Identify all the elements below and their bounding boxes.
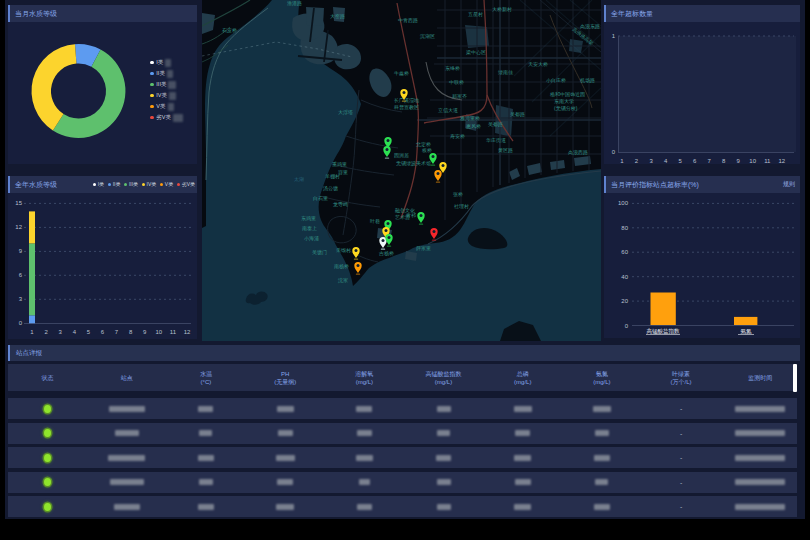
svg-text:吴都路: 吴都路 bbox=[488, 121, 503, 128]
svg-text:1: 1 bbox=[620, 158, 624, 164]
svg-text:五星村: 五星村 bbox=[468, 11, 483, 18]
svg-text:汤公塘: 汤公塘 bbox=[323, 185, 338, 192]
svg-text:大桥新村: 大桥新村 bbox=[492, 6, 512, 13]
svg-text:1: 1 bbox=[612, 33, 616, 39]
svg-text:天安大桥: 天安大桥 bbox=[528, 61, 548, 67]
svg-text:4: 4 bbox=[664, 158, 668, 164]
svg-text:中联桥: 中联桥 bbox=[449, 79, 464, 85]
svg-text:长广溪湿地: 长广溪湿地 bbox=[394, 97, 419, 104]
svg-text:无锡绿波美术馆: 无锡绿波美术馆 bbox=[396, 160, 431, 167]
svg-text:10: 10 bbox=[155, 329, 162, 335]
svg-text:7: 7 bbox=[115, 329, 119, 335]
svg-text:吴塘门: 吴塘门 bbox=[312, 249, 327, 255]
svg-text:南泰上: 南泰上 bbox=[302, 225, 317, 231]
svg-text:张桥: 张桥 bbox=[453, 191, 463, 198]
svg-text:6: 6 bbox=[19, 272, 23, 278]
svg-text:绿南佳: 绿南佳 bbox=[498, 69, 513, 75]
svg-text:叶巷: 叶巷 bbox=[370, 218, 380, 224]
svg-text:郑家齐: 郑家齐 bbox=[452, 93, 467, 99]
svg-text:6: 6 bbox=[693, 158, 697, 164]
svg-text:11: 11 bbox=[764, 158, 771, 164]
svg-text:小海浦: 小海浦 bbox=[304, 235, 319, 242]
svg-text:龙寺崎: 龙寺崎 bbox=[333, 201, 348, 207]
svg-text:高锰酸盐指数: 高锰酸盐指数 bbox=[647, 328, 681, 335]
svg-text:白石里: 白石里 bbox=[313, 195, 328, 202]
svg-text:小白庄桥: 小白庄桥 bbox=[546, 77, 566, 84]
svg-text:15: 15 bbox=[15, 200, 22, 206]
svg-text:12: 12 bbox=[184, 329, 191, 335]
svg-text:0: 0 bbox=[625, 323, 629, 329]
svg-text:大窑路: 大窑路 bbox=[330, 13, 345, 19]
svg-text:1: 1 bbox=[30, 329, 34, 335]
svg-text:吉杨桥: 吉杨桥 bbox=[379, 250, 394, 257]
svg-text:60: 60 bbox=[621, 249, 628, 255]
svg-text:艺术营: 艺术营 bbox=[395, 214, 410, 221]
svg-text:氨氮: 氨氮 bbox=[741, 328, 753, 334]
svg-text:8: 8 bbox=[722, 158, 726, 164]
svg-text:吴都路: 吴都路 bbox=[510, 111, 525, 118]
svg-text:0: 0 bbox=[612, 149, 616, 155]
svg-text:10: 10 bbox=[749, 158, 756, 164]
svg-text:格和中国饰近园: 格和中国饰近园 bbox=[549, 91, 585, 98]
svg-text:2: 2 bbox=[44, 329, 48, 335]
svg-text:7: 7 bbox=[708, 158, 712, 164]
svg-text:采缬村: 采缬村 bbox=[336, 247, 351, 254]
svg-text:薛家里: 薛家里 bbox=[416, 245, 431, 251]
svg-text:0: 0 bbox=[19, 320, 23, 326]
svg-text:滨湖区: 滨湖区 bbox=[420, 33, 435, 40]
svg-text:9: 9 bbox=[19, 248, 23, 254]
svg-text:机场路: 机场路 bbox=[580, 77, 595, 84]
svg-text:4: 4 bbox=[73, 329, 77, 335]
svg-text:5: 5 bbox=[678, 158, 682, 164]
svg-text:20: 20 bbox=[621, 298, 628, 304]
svg-text:12: 12 bbox=[15, 224, 22, 230]
svg-text:重鸡里: 重鸡里 bbox=[332, 161, 347, 167]
svg-text:高浪东路: 高浪东路 bbox=[580, 23, 600, 30]
svg-text:科普宣教区: 科普宣教区 bbox=[394, 104, 419, 111]
svg-text:40: 40 bbox=[621, 274, 628, 280]
svg-text:100: 100 bbox=[618, 200, 629, 206]
svg-text:华庄街道: 华庄街道 bbox=[486, 137, 506, 144]
svg-text:2: 2 bbox=[635, 158, 639, 164]
svg-text:牛鑫桥: 牛鑫桥 bbox=[394, 70, 409, 76]
svg-text:南杨桥: 南杨桥 bbox=[334, 263, 349, 270]
svg-text:渔港路: 渔港路 bbox=[287, 0, 302, 7]
svg-text:3: 3 bbox=[19, 296, 23, 302]
svg-text:3: 3 bbox=[649, 158, 653, 164]
svg-text:3: 3 bbox=[59, 329, 63, 335]
svg-text:(无锡分校): (无锡分校) bbox=[554, 105, 578, 112]
svg-text:9: 9 bbox=[143, 329, 147, 335]
svg-text:8: 8 bbox=[129, 329, 133, 335]
svg-text:寿安桥: 寿安桥 bbox=[450, 133, 465, 139]
svg-text:东鸡里: 东鸡里 bbox=[301, 215, 316, 221]
svg-text:雅湾里桥: 雅湾里桥 bbox=[460, 115, 480, 122]
svg-text:园润居: 园润居 bbox=[394, 152, 409, 159]
svg-text:梁中心区: 梁中心区 bbox=[466, 49, 486, 55]
svg-text:立信大道: 立信大道 bbox=[438, 107, 458, 114]
svg-text:融创文化: 融创文化 bbox=[395, 207, 415, 214]
svg-text:6: 6 bbox=[101, 329, 105, 335]
svg-text:11: 11 bbox=[170, 329, 177, 335]
svg-text:80: 80 bbox=[621, 225, 628, 231]
svg-text:太湖: 太湖 bbox=[294, 176, 304, 182]
svg-text:石皮桥: 石皮桥 bbox=[222, 27, 237, 34]
svg-text:9: 9 bbox=[737, 158, 741, 164]
svg-text:羊棚村: 羊棚村 bbox=[325, 173, 340, 180]
svg-text:东南大学: 东南大学 bbox=[554, 98, 574, 104]
svg-text:黄区路: 黄区路 bbox=[498, 147, 513, 153]
svg-text:高浪西路: 高浪西路 bbox=[568, 149, 588, 156]
svg-text:中青西路: 中青西路 bbox=[398, 17, 418, 24]
svg-text:大浮塔: 大浮塔 bbox=[338, 109, 353, 116]
svg-text:东绛桥: 东绛桥 bbox=[445, 65, 460, 71]
svg-text:社理村: 社理村 bbox=[454, 203, 469, 210]
svg-text:板桥: 板桥 bbox=[421, 147, 432, 153]
svg-text:惠风桥: 惠风桥 bbox=[465, 123, 481, 129]
svg-text:12: 12 bbox=[778, 158, 785, 164]
svg-text:5: 5 bbox=[87, 329, 91, 335]
svg-text:沈家: 沈家 bbox=[338, 277, 348, 284]
